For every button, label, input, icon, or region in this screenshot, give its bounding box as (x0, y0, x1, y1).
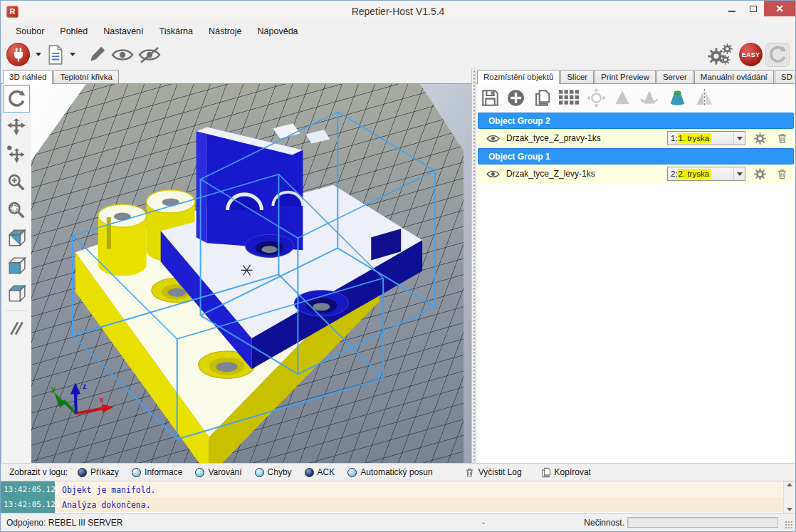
panel-splitter[interactable] (471, 68, 476, 463)
save-objects-button[interactable] (481, 89, 499, 107)
activity-status: Nečinnost. (584, 518, 624, 528)
log-filter-bar: Zobrazit v logu: Příkazy Informace Varov… (1, 463, 795, 481)
rotate-view-button[interactable] (3, 85, 30, 113)
tab-3d-nahled[interactable]: 3D náhled (3, 70, 53, 84)
menu-pohled[interactable]: Pohled (52, 24, 95, 39)
object-delete-button[interactable] (774, 168, 790, 180)
title-bar[interactable]: R Repetier-Host V1.5.4 ✕ (1, 1, 795, 22)
toggle-chyby[interactable]: Chyby (255, 467, 292, 477)
zoom-view-button[interactable] (3, 169, 30, 196)
move-view-button[interactable] (3, 113, 30, 140)
object-group-header[interactable]: Object Group 2 (478, 113, 794, 129)
top-cube-icon (6, 283, 26, 303)
copy-log-button[interactable]: Kopírovat (540, 467, 591, 478)
parallel-projection-button[interactable] (3, 315, 30, 342)
main-toolbar: EASY (1, 41, 795, 68)
trash-icon (777, 134, 785, 142)
copy-icon (542, 468, 550, 476)
extruder-select[interactable]: 1:1. tryska (667, 131, 745, 145)
move-object-button[interactable] (3, 141, 30, 168)
emergency-stop-button[interactable] (765, 43, 790, 67)
scroll-up-icon[interactable] (787, 483, 792, 486)
log-entry: Objekt je manifold. (55, 482, 783, 497)
tab-slicer[interactable]: Slicer (560, 70, 594, 83)
visibility-eye-icon[interactable] (486, 134, 500, 143)
tab-manualni-ovladani[interactable]: Manuální ovládání (694, 70, 774, 83)
close-button[interactable]: ✕ (764, 1, 795, 16)
object-delete-button[interactable] (774, 132, 790, 145)
connect-printer-button[interactable] (6, 43, 30, 66)
log-output[interactable]: Objekt je manifold. Analýza dokončena. 1… (1, 481, 795, 513)
toggle-informace[interactable]: Informace (132, 467, 182, 477)
group-title: Object Group 2 (488, 116, 550, 126)
visibility-eye-icon[interactable] (486, 169, 500, 179)
isometric-cube-icon (6, 228, 26, 248)
autoposition-button[interactable] (559, 90, 579, 105)
maximize-button[interactable] (743, 1, 764, 16)
object-settings-button[interactable] (752, 168, 768, 180)
status-bar: Odpojeno: REBEL III SERVER - Nečinnost. (1, 513, 795, 531)
toggle-automaticky-posun[interactable]: Automatický posun (347, 467, 432, 477)
toggle-prikazy[interactable]: Příkazy (78, 467, 119, 477)
extruder-select[interactable]: 2:2. tryska (667, 167, 745, 181)
tab-sd-karta[interactable]: SD karta (775, 70, 796, 83)
copy-object-button[interactable] (533, 89, 551, 107)
menu-nastroje[interactable]: Nástroje (201, 24, 250, 39)
log-scrollbar[interactable] (783, 481, 795, 513)
view-toolbar-separator (6, 311, 27, 311)
eye-icon[interactable] (111, 47, 134, 63)
maximize-icon (750, 6, 757, 12)
toggle-ack[interactable]: ACK (305, 467, 335, 477)
emergency-stop-icon (768, 46, 787, 64)
object-group-header[interactable]: Object Group 1 (478, 148, 794, 165)
center-object-button[interactable] (587, 88, 606, 108)
front-cube-icon (6, 256, 26, 276)
scale-object-button[interactable] (614, 89, 631, 106)
extruder-prefix: 1: (671, 134, 678, 142)
isometric-view-button[interactable] (3, 224, 30, 251)
load-dropdown-caret[interactable] (70, 53, 75, 56)
printer-settings-gears-icon[interactable] (708, 43, 736, 66)
eye-off-icon[interactable] (138, 46, 161, 63)
object-row[interactable]: Drzak_tyce_Z_pravy-1ks 1:1. tryska (478, 129, 794, 147)
mirror-object-button[interactable] (695, 89, 714, 107)
menu-tiskarna[interactable]: Tiskárna (152, 24, 201, 39)
chevron-down-icon (733, 132, 745, 145)
tab-print-preview[interactable]: Print Preview (595, 70, 656, 83)
fit-view-button[interactable] (3, 197, 30, 224)
minimize-icon (728, 11, 735, 12)
rotate-object-button[interactable] (639, 89, 660, 107)
top-view-button[interactable] (3, 280, 30, 307)
app-window: R Repetier-Host V1.5.4 ✕ Soubor Pohled N… (0, 0, 796, 532)
toggle-varovani[interactable]: Varování (195, 467, 241, 477)
front-view-button[interactable] (3, 252, 30, 279)
toggle-ball-light (347, 468, 357, 477)
connect-dropdown-caret[interactable] (36, 53, 41, 56)
log-timestamp: 13:42:05.123 (4, 497, 53, 512)
clear-log-button[interactable]: Vyčistit Log (464, 467, 522, 478)
tab-server[interactable]: Server (656, 70, 693, 83)
3d-viewport[interactable]: y z x (31, 84, 471, 463)
log-entry: Analýza dokončena. (55, 497, 783, 512)
resize-grip[interactable] (785, 521, 793, 529)
object-settings-button[interactable] (752, 132, 768, 145)
move-object-icon (7, 146, 25, 163)
menu-soubor[interactable]: Soubor (8, 24, 52, 39)
object-name: Drzak_tyce_Z_pravy-1ks (506, 133, 661, 143)
tab-rozmisteni-objektu[interactable]: Rozmístění objektů (477, 70, 560, 84)
tab-teplotni-krivka[interactable]: Teplotní křivka (53, 70, 119, 83)
minimize-button[interactable] (721, 1, 743, 16)
menu-napoveda[interactable]: Nápověda (250, 24, 306, 39)
pencil-icon[interactable] (87, 45, 107, 65)
scroll-down-icon[interactable] (787, 508, 792, 511)
axis-label-x: x (100, 395, 105, 403)
extruder-prefix: 2: (671, 169, 678, 178)
cut-object-button[interactable] (668, 89, 687, 107)
easy-mode-button[interactable]: EASY (739, 43, 763, 66)
menu-nastaveni[interactable]: Nastavení (95, 24, 151, 39)
view-toolbar (1, 84, 31, 463)
right-pane: Rozmístění objektů Slicer Print Preview … (476, 68, 795, 463)
object-row[interactable]: Drzak_tyce_Z_levy-1ks 2:2. tryska (478, 165, 794, 183)
add-object-button[interactable] (507, 89, 525, 107)
load-file-icon[interactable] (47, 45, 64, 65)
